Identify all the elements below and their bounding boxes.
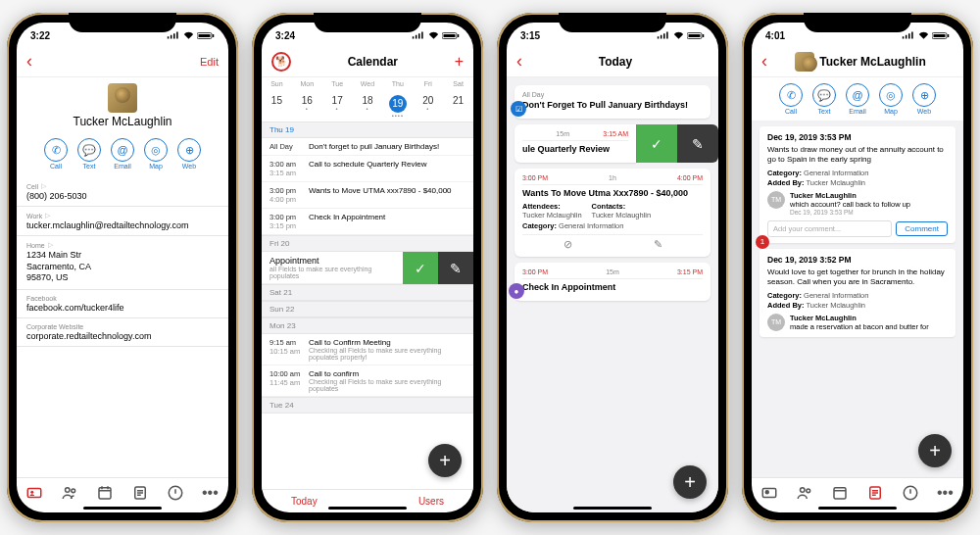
event-row[interactable]: 3:00 pm4:00 pmWants to Move UTMA xxx7890…: [262, 182, 473, 209]
fab-add-button[interactable]: +: [673, 465, 707, 499]
section-mon-23: Mon 23: [262, 317, 473, 334]
contact-avatar[interactable]: [108, 83, 137, 113]
event-swipe-row[interactable]: Appointmentall Fields to make sure every…: [262, 252, 473, 284]
event-row[interactable]: 3:00 am3:15 amCall to schedule Quarterly…: [262, 156, 473, 182]
day-17[interactable]: 17•: [322, 93, 353, 119]
speech-icon: 💬: [77, 138, 101, 162]
map-button[interactable]: ◎Map: [879, 83, 903, 115]
text-button[interactable]: 💬Text: [812, 83, 836, 115]
comment-avatar: TM: [767, 314, 785, 331]
checkin-card[interactable]: 3:00 PM15m3:15 PM Check In Appointment ●: [514, 263, 710, 301]
day-21[interactable]: 21: [443, 93, 473, 119]
tab-people-icon[interactable]: [796, 484, 813, 502]
day-16[interactable]: 16•: [292, 93, 322, 119]
task-badge-icon: ☑: [511, 101, 526, 117]
field-work-email[interactable]: Work▷ tucker.mclaughlin@redtailtechnolog…: [17, 207, 228, 236]
plus-icon: +: [684, 471, 696, 494]
edit-button[interactable]: Edit: [200, 56, 219, 68]
complete-swipe-button[interactable]: ✓: [636, 124, 677, 163]
back-button[interactable]: ‹: [516, 51, 522, 72]
map-button[interactable]: ◎Map: [144, 138, 168, 170]
app-logo-icon[interactable]: 🐕: [271, 52, 291, 72]
edit-action-icon[interactable]: ✎: [654, 238, 662, 251]
comment-avatar: TM: [767, 191, 785, 209]
today-button[interactable]: Today: [291, 496, 318, 507]
tab-notes-icon[interactable]: [131, 484, 149, 502]
comment-input[interactable]: Add your comment...: [767, 220, 892, 237]
day-19[interactable]: 19••••: [382, 93, 413, 119]
map-icon: ◎: [144, 138, 168, 162]
event-row[interactable]: 3:00 pm3:15 pmCheck In Appointment: [262, 209, 473, 235]
section-fri-20: Fri 20: [262, 235, 473, 252]
call-button[interactable]: ✆Call: [779, 83, 803, 115]
section-sun-22: Sun 22: [262, 301, 473, 317]
email-button[interactable]: @Email: [846, 83, 869, 115]
web-button[interactable]: ⊕Web: [912, 83, 936, 115]
tab-people-icon[interactable]: [61, 484, 78, 502]
tab-more-icon[interactable]: •••: [937, 484, 955, 502]
tab-alert-icon[interactable]: [902, 484, 919, 502]
tab-calendar-icon[interactable]: [96, 484, 114, 502]
users-button[interactable]: Users: [418, 496, 444, 507]
action-row: ✆Call 💬Text @Email ◎Map ⊕Web: [17, 132, 228, 177]
fab-add-button[interactable]: +: [918, 434, 952, 467]
map-icon: ◎: [879, 83, 903, 107]
field-corporate-website[interactable]: Corporate Website corporate.redtailtechn…: [17, 318, 228, 347]
plus-icon: +: [929, 440, 941, 462]
day-15[interactable]: 15: [262, 93, 292, 119]
event-row[interactable]: 10:00 am11:45 amCall to confirmChecking …: [262, 365, 473, 397]
speech-icon: 💬: [812, 83, 836, 107]
add-button[interactable]: +: [455, 53, 464, 71]
email-button[interactable]: @Email: [111, 138, 134, 170]
back-button[interactable]: ‹: [761, 51, 767, 72]
note-card[interactable]: Dec 19, 2019 3:53 PM Wants to draw money…: [760, 126, 956, 243]
field-facebook[interactable]: Facebook facebook.com/tucker4life: [17, 290, 228, 318]
svg-rect-7: [99, 487, 111, 498]
day-20[interactable]: 20•: [413, 93, 443, 119]
edit-swipe-button[interactable]: ✎: [438, 252, 473, 284]
svg-rect-23: [834, 487, 846, 498]
week-day-names: SunMonTueWedThuFriSat: [262, 77, 473, 90]
svg-rect-18: [948, 34, 950, 37]
svg-rect-17: [934, 34, 946, 37]
tab-notes-icon[interactable]: [866, 484, 884, 502]
status-time: 3:22: [30, 30, 50, 41]
call-button[interactable]: ✆Call: [44, 138, 68, 170]
svg-rect-3: [27, 488, 41, 497]
svg-rect-14: [689, 34, 701, 37]
tab-calendar-icon[interactable]: [831, 484, 849, 502]
svg-rect-15: [703, 34, 705, 37]
check-icon: ✓: [415, 261, 426, 276]
comment-submit-button[interactable]: Comment: [896, 221, 948, 236]
tab-alert-icon[interactable]: [167, 484, 184, 502]
tab-more-icon[interactable]: •••: [202, 484, 220, 502]
event-row[interactable]: All DayDon't forget to pull January Birt…: [262, 138, 473, 156]
edit-swipe-button[interactable]: ✎: [677, 124, 718, 163]
appointment-card[interactable]: 3:00 PM1h4:00 PM Wants To Move Utma Xxx7…: [514, 169, 710, 257]
text-button[interactable]: 💬Text: [77, 138, 101, 170]
field-home-address[interactable]: Home▷ 1234 Main Str Sacramento, CA 95870…: [17, 236, 228, 290]
note-date: Dec 19, 2019 3:53 PM: [767, 132, 948, 142]
page-title: Calendar: [348, 55, 398, 69]
page-title: Today: [599, 55, 632, 69]
quarterly-review-swipe[interactable]: 15m3:15 AM ule Quarterly Review ✓ ✎: [514, 124, 718, 163]
phone-icon: ✆: [779, 83, 803, 107]
svg-rect-2: [213, 34, 215, 37]
complete-swipe-button[interactable]: ✓: [403, 252, 438, 284]
note-card[interactable]: Dec 19, 2019 3:52 PM Would love to get t…: [760, 249, 956, 337]
field-cell[interactable]: Cell▷ (800) 206-5030: [17, 177, 228, 207]
phone-calendar: 3:24 🐕 Calendar + SunMonTueWedThuFriSat …: [252, 13, 483, 522]
svg-point-4: [30, 490, 33, 493]
status-time: 3:15: [520, 30, 540, 41]
status-time: 3:24: [275, 30, 295, 41]
tab-contact-card-icon[interactable]: [25, 484, 43, 502]
complete-action-icon[interactable]: ⊘: [564, 238, 572, 251]
globe-icon: ⊕: [177, 138, 201, 162]
allday-card[interactable]: All Day Don't Forget To Pull January Bir…: [514, 85, 710, 119]
web-button[interactable]: ⊕Web: [177, 138, 201, 170]
day-18[interactable]: 18•: [353, 93, 383, 119]
fab-add-button[interactable]: +: [428, 444, 462, 477]
back-button[interactable]: ‹: [26, 51, 32, 72]
event-row[interactable]: 9:15 am10:15 amCall to Confirm MeetingCh…: [262, 334, 473, 365]
tab-contact-card-icon[interactable]: [760, 484, 778, 502]
